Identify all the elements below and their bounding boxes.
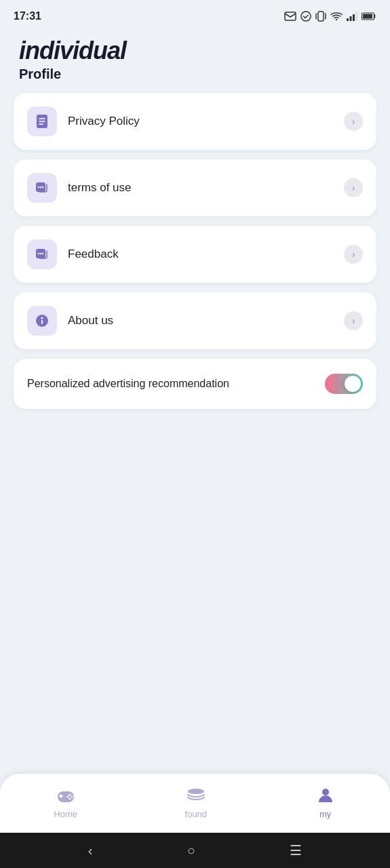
- feedback-arrow: ›: [344, 245, 363, 264]
- menu-list: Privacy Policy › terms of use ›: [0, 87, 390, 594]
- svg-point-1: [301, 12, 311, 21]
- found-nav-label: found: [185, 809, 208, 819]
- check-icon: [300, 11, 311, 22]
- privacy-policy-icon: [27, 106, 57, 136]
- svg-point-21: [42, 253, 43, 254]
- terms-of-use-label: terms of use: [68, 181, 344, 195]
- nav-item-home[interactable]: Home: [54, 785, 77, 819]
- svg-rect-27: [59, 795, 63, 797]
- about-us-item[interactable]: About us ›: [14, 292, 376, 349]
- svg-point-20: [40, 253, 41, 254]
- battery-icon: [362, 12, 376, 20]
- svg-rect-9: [363, 14, 372, 19]
- advertising-toggle-item: Personalized advertising recommendation: [14, 359, 376, 409]
- nav-item-my[interactable]: my: [315, 785, 336, 819]
- svg-point-33: [322, 789, 329, 795]
- feedback-item[interactable]: Feedback ›: [14, 226, 376, 283]
- status-icons: [284, 10, 376, 22]
- svg-point-19: [38, 253, 39, 254]
- svg-rect-24: [41, 320, 43, 324]
- status-bar: 17:31: [0, 0, 390, 30]
- toggle-knob: [345, 376, 361, 392]
- recents-button[interactable]: ☰: [290, 842, 302, 859]
- svg-point-23: [41, 317, 43, 319]
- about-us-arrow: ›: [344, 311, 363, 330]
- advertising-toggle-label: Personalized advertising recommendation: [27, 378, 325, 390]
- svg-rect-5: [350, 16, 352, 21]
- home-button[interactable]: ○: [187, 843, 195, 859]
- email-icon: [284, 12, 296, 21]
- bottom-nav: Home found my: [0, 774, 390, 833]
- home-nav-label: Home: [54, 809, 77, 819]
- about-us-label: About us: [68, 314, 344, 328]
- my-nav-label: my: [319, 809, 331, 819]
- home-nav-icon: [55, 785, 77, 806]
- feedback-icon: [27, 239, 57, 269]
- advertising-toggle-switch[interactable]: [325, 374, 363, 394]
- feedback-label: Feedback: [68, 248, 344, 261]
- terms-of-use-item[interactable]: terms of use ›: [14, 159, 376, 216]
- svg-rect-2: [318, 12, 324, 21]
- svg-point-28: [69, 794, 71, 796]
- privacy-policy-label: Privacy Policy: [68, 115, 344, 128]
- svg-point-16: [40, 186, 41, 188]
- terms-of-use-icon: [27, 173, 57, 203]
- svg-point-30: [66, 796, 69, 798]
- svg-rect-0: [285, 12, 296, 20]
- svg-point-17: [42, 186, 43, 188]
- svg-point-3: [336, 19, 337, 20]
- svg-rect-4: [347, 18, 349, 21]
- status-time: 17:31: [14, 10, 41, 22]
- app-title: individual: [19, 37, 371, 65]
- found-nav-icon: [185, 785, 207, 806]
- svg-point-32: [188, 789, 204, 794]
- svg-point-29: [71, 796, 73, 798]
- about-us-icon: [27, 306, 57, 336]
- svg-point-15: [38, 186, 39, 188]
- terms-of-use-arrow: ›: [344, 178, 363, 197]
- svg-point-31: [69, 798, 71, 800]
- page-title: Profile: [19, 66, 371, 82]
- content-spacer: [0, 594, 390, 774]
- nav-item-found[interactable]: found: [185, 785, 208, 819]
- back-button[interactable]: ‹: [88, 843, 93, 859]
- android-nav-bar: ‹ ○ ☰: [0, 833, 390, 868]
- svg-rect-7: [356, 12, 358, 21]
- header: individual Profile: [0, 30, 390, 87]
- privacy-policy-arrow: ›: [344, 112, 363, 131]
- wifi-icon: [330, 12, 343, 21]
- signal-icon: [347, 12, 357, 21]
- privacy-policy-item[interactable]: Privacy Policy ›: [14, 93, 376, 150]
- vibrate-icon: [315, 10, 326, 22]
- my-nav-icon: [315, 785, 336, 806]
- svg-rect-6: [353, 14, 355, 21]
